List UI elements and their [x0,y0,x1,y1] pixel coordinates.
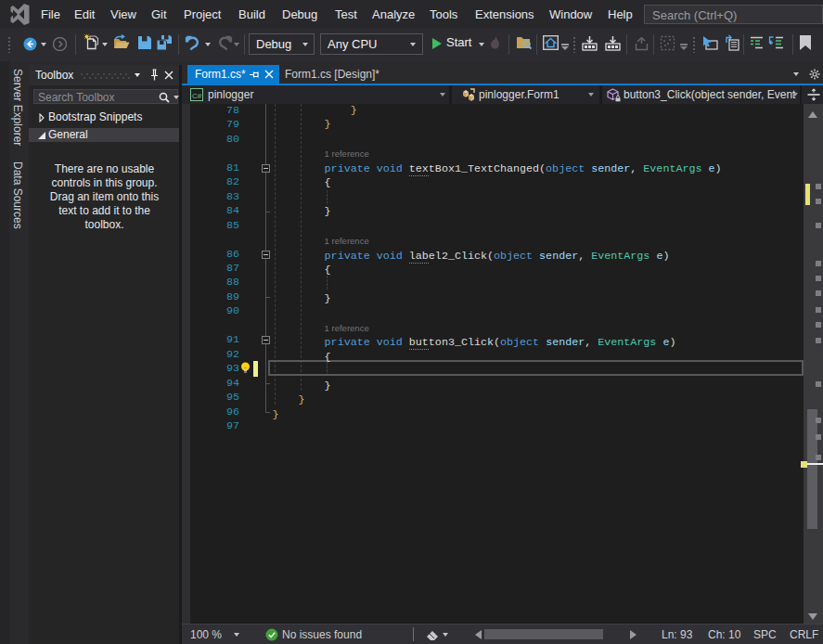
svg-text:C#: C# [192,92,202,100]
